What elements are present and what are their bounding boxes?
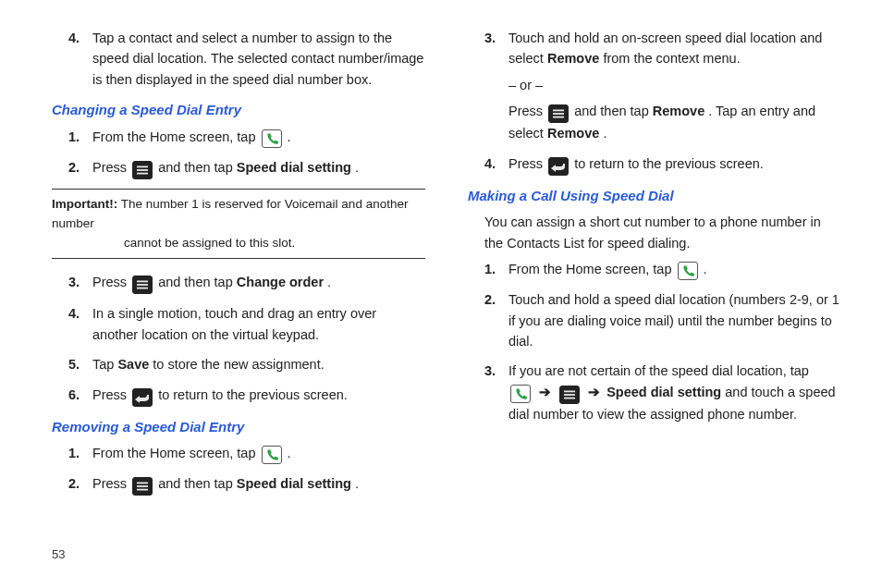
text: If you are not certain of the speed dial… xyxy=(508,363,809,378)
text: to store the new assignment. xyxy=(153,357,324,372)
list-item: 2. Press and then tap Speed dial setting… xyxy=(52,473,425,496)
step-number: 4. xyxy=(52,303,92,345)
step-number: 3. xyxy=(468,361,508,424)
remove-step-list-cont: 3. Touch and hold an on-screen speed dia… xyxy=(468,28,841,176)
note-label: Important!: xyxy=(52,197,117,211)
step-body: Tap a contact and select a number to ass… xyxy=(92,28,425,90)
list-item: 3. Touch and hold an on-screen speed dia… xyxy=(468,28,841,144)
step-number: 2. xyxy=(468,289,508,351)
heading-changing-speed-dial: Changing a Speed Dial Entry xyxy=(52,99,425,120)
bold-text: Speed dial setting xyxy=(237,476,351,491)
menu-icon xyxy=(132,161,153,179)
phone-icon xyxy=(510,385,531,403)
text: and then tap xyxy=(574,104,653,118)
intro-paragraph: You can assign a short cut number to a p… xyxy=(484,212,841,253)
bold-text: Speed dial setting xyxy=(606,385,721,399)
step-body: In a single motion, touch and drag an en… xyxy=(92,303,425,345)
step-number: 1. xyxy=(52,127,92,148)
step-number: 6. xyxy=(52,385,92,407)
text: and then tap xyxy=(158,476,237,491)
remove-step-list: 1. From the Home screen, tap . 2. Press … xyxy=(52,443,425,496)
step-number: 1. xyxy=(52,443,92,464)
list-item: 4. Tap a contact and select a number to … xyxy=(52,28,425,90)
list-item: 1. From the Home screen, tap . xyxy=(52,127,425,148)
list-item: 1. From the Home screen, tap . xyxy=(468,259,841,280)
arrow-icon: ➔ xyxy=(585,385,603,399)
step-body: From the Home screen, tap . xyxy=(92,443,425,464)
heading-removing-speed-dial: Removing a Speed Dial Entry xyxy=(52,416,425,437)
phone-icon xyxy=(262,129,282,148)
text: Press xyxy=(508,156,546,171)
text: . xyxy=(603,126,606,141)
list-item: 4. Press to return to the previous scree… xyxy=(468,153,841,176)
text: and then tap xyxy=(158,275,237,289)
left-column: 4. Tap a contact and select a number to … xyxy=(52,24,425,505)
text: From the Home screen, tap xyxy=(508,262,676,276)
top-step-list: 4. Tap a contact and select a number to … xyxy=(52,28,425,90)
list-item: 3. If you are not certain of the speed d… xyxy=(468,361,841,424)
menu-icon xyxy=(559,386,580,404)
text: Press xyxy=(92,476,130,491)
list-item: 2. Press and then tap Speed dial setting… xyxy=(52,157,425,179)
step-number: 2. xyxy=(52,473,92,496)
text: . xyxy=(355,160,359,175)
text: . xyxy=(288,446,291,460)
step-number: 5. xyxy=(52,354,92,374)
arrow-icon: ➔ xyxy=(536,385,554,399)
or-divider: – or – xyxy=(508,75,841,95)
list-item: 5. Tap Save to store the new assignment. xyxy=(52,354,425,374)
bold-text: Change order xyxy=(237,275,324,289)
bold-text: Remove xyxy=(653,104,704,118)
change-step-list: 1. From the Home screen, tap . 2. Press … xyxy=(52,127,425,179)
step-number: 4. xyxy=(52,28,92,90)
back-icon xyxy=(548,157,569,176)
text: . xyxy=(355,476,359,491)
call-step-list: 1. From the Home screen, tap . 2. Touch … xyxy=(468,259,841,424)
step-number: 3. xyxy=(52,272,92,294)
text: to return to the previous screen. xyxy=(158,387,348,402)
text: Press xyxy=(92,160,130,175)
step-body: Touch and hold an on-screen speed dial l… xyxy=(508,28,841,144)
bold-text: Remove xyxy=(547,51,599,66)
back-icon xyxy=(132,388,153,407)
list-item: 4. In a single motion, touch and drag an… xyxy=(52,303,425,345)
important-note: Important!: The number 1 is reserved for… xyxy=(52,189,425,260)
step-body: Tap Save to store the new assignment. xyxy=(92,354,425,374)
text: to return to the previous screen. xyxy=(574,156,764,171)
list-item: 2. Touch and hold a speed dial location … xyxy=(468,289,841,351)
text: Press xyxy=(92,387,130,402)
page-number: 53 xyxy=(52,545,65,564)
change-step-list-cont: 3. Press and then tap Change order . 4. … xyxy=(52,272,425,406)
text: from the context menu. xyxy=(603,51,740,66)
step-number: 1. xyxy=(468,259,508,280)
bold-text: Speed dial setting xyxy=(237,160,351,175)
menu-icon xyxy=(548,104,569,123)
menu-icon xyxy=(132,276,153,294)
bold-text: Save xyxy=(117,357,149,372)
step-body: Press and then tap Speed dial setting . xyxy=(92,157,425,179)
text: and then tap xyxy=(158,160,237,175)
phone-icon xyxy=(262,446,282,464)
step-body: Press to return to the previous screen. xyxy=(92,385,425,407)
text: From the Home screen, tap xyxy=(92,446,260,460)
step-body: Touch and hold a speed dial location (nu… xyxy=(508,289,841,351)
right-column: 3. Touch and hold an on-screen speed dia… xyxy=(468,24,841,505)
text: From the Home screen, tap xyxy=(92,129,260,144)
step-body: Press to return to the previous screen. xyxy=(508,153,841,176)
list-item: 3. Press and then tap Change order . xyxy=(52,272,425,294)
two-column-layout: 4. Tap a contact and select a number to … xyxy=(52,24,841,505)
phone-icon xyxy=(678,262,698,280)
text: . xyxy=(327,275,331,289)
step-body: Press and then tap Change order . xyxy=(92,272,425,294)
step-body: From the Home screen, tap . xyxy=(508,259,841,280)
list-item: 1. From the Home screen, tap . xyxy=(52,443,425,464)
step-body: From the Home screen, tap . xyxy=(92,127,425,148)
note-text: cannot be assigned to this slot. xyxy=(52,234,425,253)
list-item: 6. Press to return to the previous scree… xyxy=(52,385,425,407)
text: Tap xyxy=(92,357,117,372)
step-number: 3. xyxy=(468,28,508,144)
step-number: 2. xyxy=(52,157,92,179)
text: . xyxy=(288,129,291,144)
step-body: Press and then tap Speed dial setting . xyxy=(92,473,425,496)
heading-making-call-speed-dial: Making a Call Using Speed Dial xyxy=(468,185,841,206)
